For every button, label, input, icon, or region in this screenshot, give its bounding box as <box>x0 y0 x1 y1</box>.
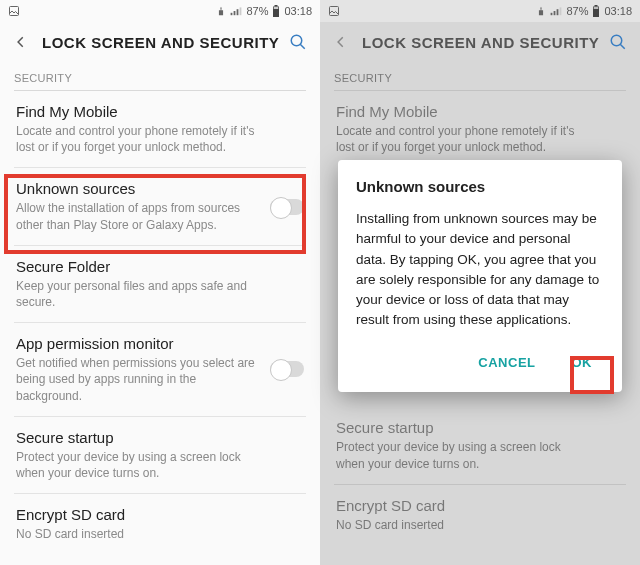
item-subtitle: Locate and control your phone remotely i… <box>16 123 304 155</box>
dialog-title: Unknown sources <box>356 178 604 195</box>
item-subtitle: Protect your device by using a screen lo… <box>16 449 304 481</box>
item-subtitle: No SD card inserted <box>336 517 624 533</box>
image-icon <box>328 5 340 17</box>
svg-rect-16 <box>594 7 599 9</box>
battery-saver-icon <box>216 5 226 17</box>
svg-rect-5 <box>275 5 278 7</box>
ok-button[interactable]: OK <box>566 349 599 376</box>
item-title: Unknown sources <box>16 180 304 197</box>
svg-rect-2 <box>234 11 236 15</box>
svg-rect-9 <box>330 7 339 16</box>
signal-icon <box>230 6 242 16</box>
battery-saver-icon <box>536 5 546 17</box>
settings-screen-right: 87% 03:18 LOCK SCREEN AND SECURITY SECUR… <box>320 0 640 565</box>
clock: 03:18 <box>604 5 632 17</box>
item-secure-startup[interactable]: Secure startup Protect your device by us… <box>0 417 320 493</box>
page-title: LOCK SCREEN AND SECURITY <box>42 34 288 51</box>
search-icon[interactable] <box>288 32 308 52</box>
svg-rect-14 <box>595 5 598 7</box>
section-label: SECURITY <box>320 66 640 88</box>
svg-point-17 <box>611 35 622 46</box>
dialog-unknown-sources: Unknown sources Installing from unknown … <box>338 160 622 392</box>
item-app-permission-monitor[interactable]: App permission monitor Get notified when… <box>0 323 320 416</box>
item-unknown-sources[interactable]: Unknown sources Allow the installation o… <box>0 168 320 244</box>
clock: 03:18 <box>284 5 312 17</box>
item-title: Find My Mobile <box>336 103 624 120</box>
status-bar: 87% 03:18 <box>0 0 320 22</box>
item-find-my-mobile[interactable]: Find My Mobile Locate and control your p… <box>0 91 320 167</box>
item-title: Secure startup <box>336 419 624 436</box>
item-subtitle: Keep your personal files and apps safe a… <box>16 278 304 310</box>
svg-point-8 <box>291 35 302 46</box>
svg-rect-11 <box>554 11 556 15</box>
search-icon[interactable] <box>608 32 628 52</box>
page-title: LOCK SCREEN AND SECURITY <box>362 34 608 51</box>
item-subtitle: Protect your device by using a screen lo… <box>336 439 624 471</box>
item-encrypt-sd[interactable]: Encrypt SD card No SD card inserted <box>0 494 320 554</box>
item-title: Find My Mobile <box>16 103 304 120</box>
toggle-app-permission[interactable] <box>270 361 304 377</box>
item-title: Encrypt SD card <box>16 506 304 523</box>
status-bar: 87% 03:18 <box>320 0 640 22</box>
section-label: SECURITY <box>0 66 320 88</box>
battery-icon <box>272 5 280 17</box>
battery-percent: 87% <box>566 5 588 17</box>
svg-rect-0 <box>10 7 19 16</box>
back-icon[interactable] <box>12 33 30 51</box>
item-title: App permission monitor <box>16 335 304 352</box>
signal-icon <box>550 6 562 16</box>
svg-rect-13 <box>560 7 562 15</box>
item-subtitle: Locate and control your phone remotely i… <box>336 123 624 155</box>
item-encrypt-sd: Encrypt SD card No SD card inserted <box>320 485 640 545</box>
item-title: Encrypt SD card <box>336 497 624 514</box>
item-subtitle: Get notified when permissions you select… <box>16 355 304 404</box>
app-header: LOCK SCREEN AND SECURITY <box>0 22 320 66</box>
svg-rect-7 <box>274 7 279 9</box>
dialog-actions: CANCEL OK <box>356 345 604 382</box>
cancel-button[interactable]: CANCEL <box>472 349 541 376</box>
item-secure-folder[interactable]: Secure Folder Keep your personal files a… <box>0 246 320 322</box>
svg-rect-10 <box>551 13 553 15</box>
toggle-unknown-sources[interactable] <box>270 199 304 215</box>
item-subtitle: No SD card inserted <box>16 526 304 542</box>
svg-rect-3 <box>237 9 239 15</box>
svg-rect-12 <box>557 9 559 15</box>
settings-screen-left: 87% 03:18 LOCK SCREEN AND SECURITY SECUR… <box>0 0 320 565</box>
item-title: Secure startup <box>16 429 304 446</box>
item-subtitle: Allow the installation of apps from sour… <box>16 200 304 232</box>
app-header: LOCK SCREEN AND SECURITY <box>320 22 640 66</box>
battery-icon <box>592 5 600 17</box>
back-icon[interactable] <box>332 33 350 51</box>
dialog-body: Installing from unknown sources may be h… <box>356 209 604 331</box>
item-title: Secure Folder <box>16 258 304 275</box>
image-icon <box>8 5 20 17</box>
svg-rect-4 <box>240 7 242 15</box>
item-find-my-mobile: Find My Mobile Locate and control your p… <box>320 91 640 167</box>
item-secure-startup: Secure startup Protect your device by us… <box>320 407 640 483</box>
battery-percent: 87% <box>246 5 268 17</box>
svg-rect-1 <box>231 13 233 15</box>
